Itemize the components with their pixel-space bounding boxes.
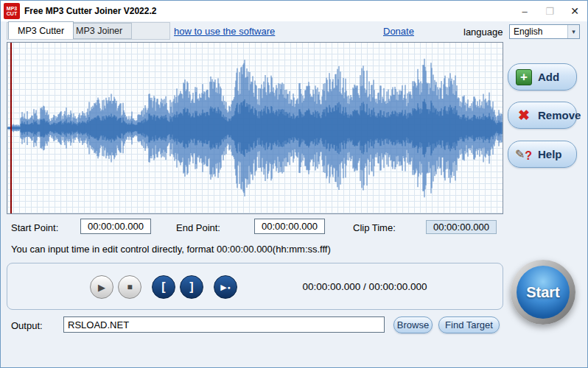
minimize-icon: – [522, 6, 527, 17]
language-dropdown[interactable]: English ▾ [509, 24, 580, 39]
play-button[interactable]: ▶ [90, 275, 113, 299]
start-button-label: Start [526, 284, 560, 301]
find-target-button-label: Find Target [445, 319, 493, 330]
playhead-marker[interactable] [10, 43, 12, 213]
pencil-icon: ✎ [515, 147, 525, 161]
tab-mp3-joiner-label: MP3 Joiner [76, 26, 122, 36]
maximize-icon: ❐ [545, 6, 554, 17]
close-button[interactable]: ✕ [562, 1, 587, 21]
play-selection-marker-icon: ● [228, 285, 231, 290]
title-bar: MP3 CUT Free MP3 Cutter Joiner V2022.2 –… [1, 1, 587, 21]
set-start-button[interactable]: [ [152, 275, 175, 299]
waveform-graphic [7, 43, 503, 213]
tab-row: MP3 Cutter MP3 Joiner how to use the sof… [1, 21, 587, 40]
maximize-button[interactable]: ❐ [537, 1, 562, 21]
minimize-button[interactable]: – [512, 1, 537, 21]
window-controls: – ❐ ✕ [512, 1, 587, 21]
close-icon: ✕ [570, 5, 579, 17]
find-target-button[interactable]: Find Target [438, 316, 500, 333]
output-path-input[interactable] [63, 316, 385, 333]
help-button-label: Help [538, 148, 562, 160]
language-selected-value: English [510, 26, 567, 37]
start-point-label: Start Point: [11, 222, 58, 233]
add-button-label: Add [538, 71, 559, 83]
chevron-down-icon: ▾ [567, 25, 579, 38]
question-mark-icon: ? [525, 149, 532, 163]
stop-button[interactable]: ■ [118, 275, 141, 299]
clip-time-value: 00:00:00.000 [426, 220, 497, 234]
start-button-core: Start [517, 266, 570, 319]
close-bracket-icon: ] [189, 280, 193, 294]
open-bracket-icon: [ [161, 280, 165, 294]
add-button[interactable]: + Add [508, 63, 577, 91]
stop-icon: ■ [127, 282, 132, 292]
end-point-label: End Point: [176, 222, 220, 233]
play-selection-icon: ▶ [220, 283, 226, 292]
window-title: Free MP3 Cutter Joiner V2022.2 [24, 6, 156, 16]
player-panel: ▶ ■ [ ] ▶ ● 00:00:00.000 / 00:00:00.000 [7, 263, 503, 310]
app-icon: MP3 CUT [4, 3, 20, 19]
browse-button-label: Browse [397, 319, 429, 330]
waveform-panel[interactable] [7, 42, 503, 214]
how-to-use-link[interactable]: how to use the software [174, 26, 275, 37]
clip-time-label: Clip Time: [353, 222, 396, 233]
app-icon-text-top: MP3 [7, 6, 17, 11]
start-button[interactable]: Start [511, 260, 575, 325]
time-format-hint: You can input time in edit control direc… [11, 244, 331, 255]
language-label: language [463, 26, 503, 38]
remove-button-label: Remove [538, 109, 581, 121]
help-button[interactable]: ✎ ? Help [508, 141, 577, 168]
browse-button[interactable]: Browse [393, 316, 433, 333]
output-label: Output: [11, 320, 43, 331]
remove-x-icon: ✖ [516, 107, 532, 124]
add-file-icon: + [516, 69, 532, 85]
help-icon: ✎ ? [516, 146, 532, 163]
start-point-input[interactable] [80, 219, 151, 234]
set-end-button[interactable]: ] [180, 275, 203, 299]
play-icon: ▶ [98, 282, 105, 293]
play-selection-button[interactable]: ▶ ● [214, 275, 237, 299]
player-time-display: 00:00:00.000 / 00:00:00.000 [273, 263, 457, 309]
tab-mp3-cutter[interactable]: MP3 Cutter [8, 21, 74, 39]
remove-button[interactable]: ✖ Remove [508, 102, 577, 129]
tab-mp3-joiner[interactable]: MP3 Joiner [66, 23, 132, 39]
app-icon-text-bottom: CUT [7, 11, 17, 16]
tab-mp3-cutter-label: MP3 Cutter [18, 26, 64, 36]
end-point-input[interactable] [254, 219, 325, 234]
donate-link[interactable]: Donate [383, 26, 414, 37]
